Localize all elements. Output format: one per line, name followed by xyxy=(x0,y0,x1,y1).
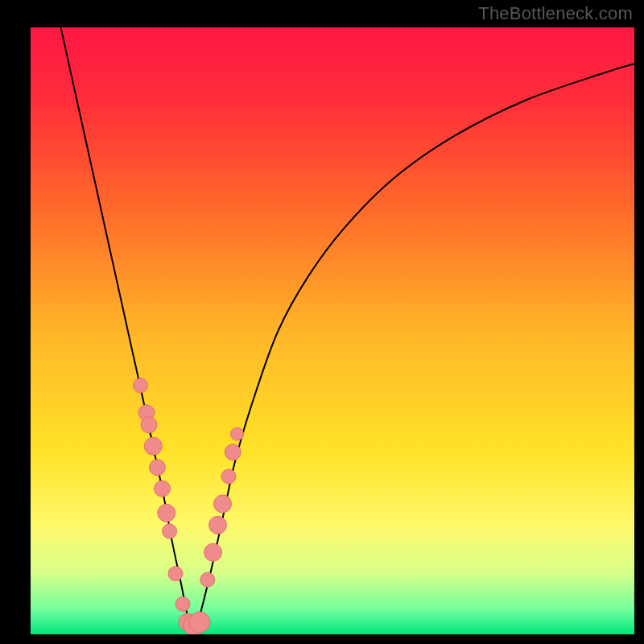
frame-left xyxy=(0,0,31,644)
data-point xyxy=(141,417,157,433)
data-point xyxy=(144,437,162,455)
data-point xyxy=(168,567,183,581)
data-point xyxy=(134,378,148,393)
data-point xyxy=(158,504,175,522)
bottleneck-chart xyxy=(0,0,644,644)
data-point xyxy=(189,612,210,633)
frame-bottom xyxy=(0,634,644,644)
frame-right xyxy=(634,0,644,644)
data-point xyxy=(221,469,236,484)
data-point xyxy=(175,597,190,611)
data-point xyxy=(155,481,171,497)
data-point xyxy=(163,524,177,539)
data-point xyxy=(231,427,244,440)
data-point xyxy=(209,516,227,534)
data-point xyxy=(214,495,232,513)
data-point xyxy=(200,572,215,587)
data-point xyxy=(150,460,166,476)
watermark-text: TheBottleneck.com xyxy=(478,3,633,24)
data-point xyxy=(204,543,222,561)
data-point xyxy=(225,444,241,460)
gradient-background xyxy=(31,27,634,634)
